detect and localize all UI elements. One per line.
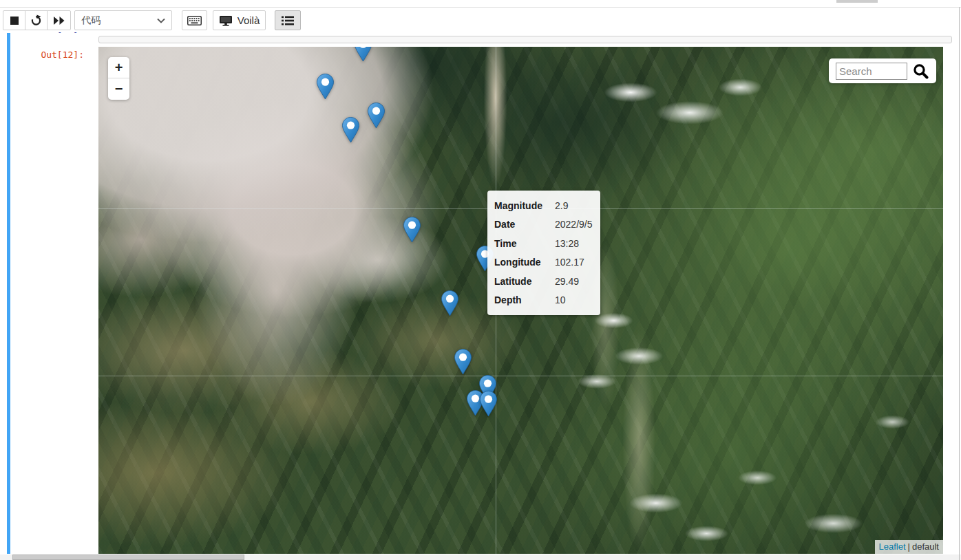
map-marker[interactable] bbox=[480, 391, 497, 417]
restart-kernel-button[interactable] bbox=[25, 10, 47, 30]
popup-label: Latitude bbox=[494, 276, 555, 287]
restart-icon bbox=[30, 14, 42, 26]
map-marker[interactable] bbox=[454, 349, 472, 375]
search-input[interactable] bbox=[836, 63, 907, 80]
voila-button[interactable]: Voilà bbox=[213, 10, 266, 30]
leaflet-link[interactable]: Leaflet bbox=[879, 541, 906, 552]
output-prompt: Out[12]: bbox=[0, 50, 84, 60]
map-marker[interactable] bbox=[441, 290, 458, 316]
voila-label: Voilà bbox=[237, 14, 260, 26]
notebook-toolbar: 代码 Voilà bbox=[0, 8, 958, 33]
popup-label: Depth bbox=[494, 294, 555, 305]
popup-row: Latitude29.49 bbox=[494, 272, 593, 291]
page-right-border bbox=[959, 7, 960, 560]
popup-value: 29.49 bbox=[555, 276, 579, 287]
zoom-control: + − bbox=[108, 57, 129, 100]
popup-label: Magnitude bbox=[494, 200, 555, 211]
cell-type-value: 代码 bbox=[75, 14, 157, 27]
selected-cell-indicator bbox=[7, 33, 10, 554]
popup-label: Date bbox=[494, 219, 555, 230]
popup-row: Depth10 bbox=[494, 291, 593, 310]
interrupt-kernel-button[interactable] bbox=[3, 10, 25, 30]
horizontal-scrollbar[interactable] bbox=[0, 554, 961, 560]
list-icon bbox=[282, 16, 294, 25]
stop-icon bbox=[10, 17, 19, 25]
keyboard-icon bbox=[187, 16, 202, 25]
chevron-down-icon bbox=[157, 18, 165, 23]
popup-row: Magnitude2.9 bbox=[494, 196, 593, 215]
attribution-layer: default bbox=[912, 541, 939, 552]
input-prompt-text: In [12]: bbox=[41, 32, 103, 34]
popup-row: Time13:28 bbox=[494, 234, 593, 253]
map-attribution: Leaflet|default bbox=[875, 540, 943, 554]
map-marker[interactable] bbox=[342, 117, 359, 143]
marker-popup: Magnitude2.9Date2022/9/5Time13:28Longitu… bbox=[487, 191, 600, 315]
popup-value: 13:28 bbox=[555, 238, 579, 249]
tile-seam bbox=[98, 376, 943, 376]
popup-label: Longitude bbox=[494, 257, 555, 268]
monitor-icon bbox=[219, 15, 233, 26]
cell-type-dropdown[interactable]: 代码 bbox=[74, 10, 172, 30]
toc-button[interactable] bbox=[275, 10, 301, 30]
search-control bbox=[829, 58, 936, 83]
scrollbar-thumb[interactable] bbox=[12, 554, 244, 560]
map-marker[interactable] bbox=[403, 217, 421, 243]
map-marker[interactable] bbox=[368, 103, 385, 129]
zoom-in-button[interactable]: + bbox=[108, 57, 129, 78]
restart-run-all-button[interactable] bbox=[47, 10, 71, 30]
popup-value: 2.9 bbox=[555, 200, 568, 211]
search-icon[interactable] bbox=[913, 63, 929, 79]
popup-label: Time bbox=[494, 238, 555, 249]
popup-value: 2022/9/5 bbox=[555, 219, 593, 230]
leaflet-map[interactable]: Magnitude2.9Date2022/9/5Time13:28Longitu… bbox=[98, 47, 943, 554]
command-palette-button[interactable] bbox=[182, 10, 207, 30]
popup-value: 10 bbox=[555, 294, 566, 305]
attribution-separator: | bbox=[908, 541, 910, 552]
scrollbar-fragment bbox=[836, 0, 878, 3]
fast-forward-icon bbox=[54, 17, 65, 25]
popup-row: Longitude102.17 bbox=[494, 253, 593, 272]
zoom-out-button[interactable]: − bbox=[108, 78, 129, 100]
map-marker[interactable] bbox=[355, 47, 372, 62]
popup-row: Date2022/9/5 bbox=[494, 215, 593, 235]
popup-value: 102.17 bbox=[555, 257, 584, 268]
map-marker[interactable] bbox=[317, 74, 334, 100]
input-prompt: In [12]: bbox=[41, 32, 103, 36]
code-input-area[interactable] bbox=[98, 36, 952, 43]
